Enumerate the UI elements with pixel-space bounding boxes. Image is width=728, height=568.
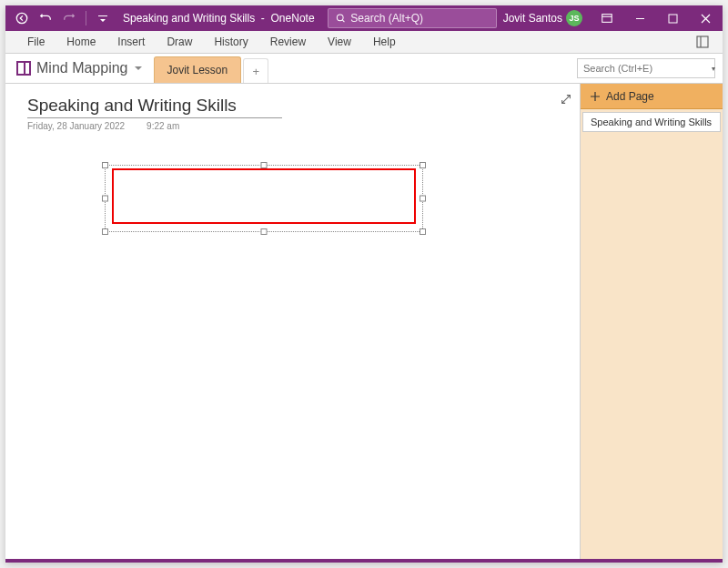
close-button[interactable] bbox=[690, 5, 721, 31]
global-search[interactable] bbox=[328, 8, 497, 28]
tab-insert[interactable]: Insert bbox=[106, 31, 156, 53]
add-section-button[interactable]: + bbox=[243, 58, 268, 83]
page-list-item[interactable]: Speaking and Writing Skills bbox=[582, 112, 721, 132]
window-title: Speaking and Writing Skills - OneNote bbox=[123, 12, 315, 25]
redo-button[interactable] bbox=[58, 7, 80, 29]
page-time[interactable]: 9:22 am bbox=[147, 121, 179, 131]
user-name[interactable]: Jovit Santos bbox=[503, 12, 562, 25]
expand-icon[interactable] bbox=[560, 93, 572, 109]
svg-rect-3 bbox=[669, 15, 677, 23]
add-page-button[interactable]: Add Page bbox=[581, 84, 723, 109]
tab-history[interactable]: History bbox=[203, 31, 258, 53]
notebook-search-input[interactable] bbox=[583, 63, 709, 74]
notebook-search[interactable]: ▾ bbox=[577, 58, 715, 78]
ribbon: File Home Insert Draw History Review Vie… bbox=[5, 31, 723, 54]
minimize-button[interactable] bbox=[624, 5, 655, 31]
resize-handle[interactable] bbox=[102, 228, 108, 235]
tab-review[interactable]: Review bbox=[259, 31, 317, 53]
undo-button[interactable] bbox=[35, 7, 56, 29]
customize-qat-button[interactable] bbox=[92, 7, 114, 29]
resize-handle[interactable] bbox=[420, 162, 426, 168]
chevron-down-icon bbox=[134, 64, 143, 73]
page-panel: Add Page Speaking and Writing Skills bbox=[581, 84, 723, 559]
avatar[interactable]: JS bbox=[566, 10, 582, 26]
tab-file[interactable]: File bbox=[16, 31, 56, 53]
page-date[interactable]: Friday, 28 January 2022 bbox=[27, 121, 125, 131]
notebook-icon bbox=[16, 61, 31, 76]
resize-handle[interactable] bbox=[102, 162, 108, 168]
svg-point-0 bbox=[16, 13, 26, 23]
resize-handle[interactable] bbox=[102, 196, 108, 202]
note-container[interactable] bbox=[102, 162, 426, 235]
svg-point-1 bbox=[337, 15, 343, 21]
notebook-bar: Mind Mapping Jovit Lesson + ▾ bbox=[5, 54, 723, 84]
fullpage-view-button[interactable] bbox=[692, 31, 713, 53]
highlight-rectangle bbox=[112, 168, 416, 224]
resize-handle[interactable] bbox=[420, 196, 426, 202]
tab-view[interactable]: View bbox=[317, 31, 362, 53]
svg-rect-4 bbox=[697, 36, 708, 47]
tab-home[interactable]: Home bbox=[56, 31, 106, 53]
resize-handle[interactable] bbox=[261, 162, 268, 168]
tab-help[interactable]: Help bbox=[362, 31, 407, 53]
svg-rect-2 bbox=[602, 15, 612, 23]
search-scope-chevron[interactable]: ▾ bbox=[712, 65, 715, 73]
notebook-dropdown[interactable]: Mind Mapping bbox=[16, 54, 154, 83]
tab-draw[interactable]: Draw bbox=[156, 31, 203, 53]
page-title[interactable]: Speaking and Writing Skills bbox=[27, 96, 282, 118]
plus-icon bbox=[590, 91, 601, 102]
resize-handle[interactable] bbox=[420, 228, 426, 235]
ribbon-display-button[interactable] bbox=[592, 5, 622, 31]
titlebar: Speaking and Writing Skills - OneNote Jo… bbox=[5, 5, 723, 31]
page-canvas[interactable]: Speaking and Writing Skills Friday, 28 J… bbox=[5, 84, 581, 559]
resize-handle[interactable] bbox=[261, 228, 268, 235]
maximize-button[interactable] bbox=[657, 5, 688, 31]
global-search-input[interactable] bbox=[350, 12, 488, 25]
section-tab[interactable]: Jovit Lesson bbox=[154, 56, 242, 83]
back-button[interactable] bbox=[11, 7, 33, 29]
statusbar bbox=[5, 559, 723, 563]
